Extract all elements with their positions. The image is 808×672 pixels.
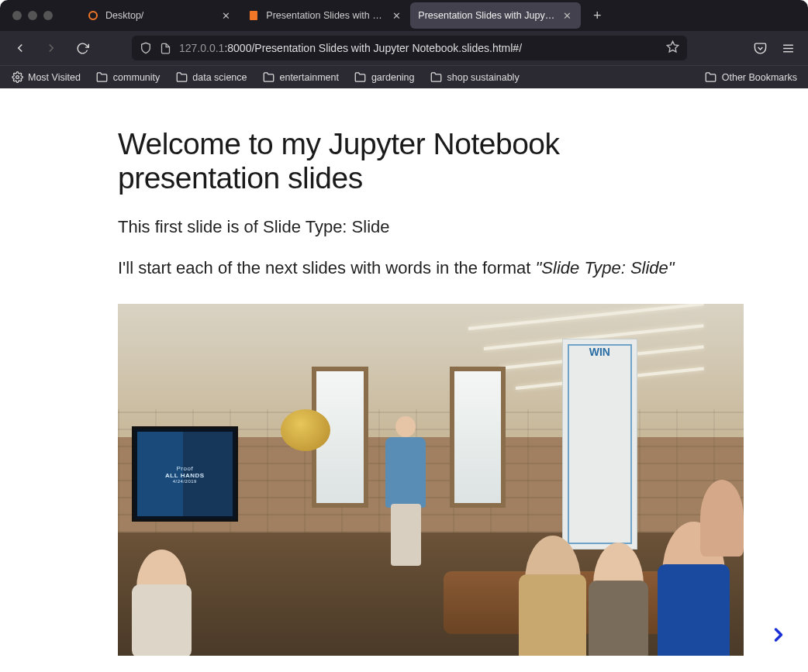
tab-label: Presentation Slides with Jupyter bbox=[266, 10, 384, 21]
browser-tab-presentation-source[interactable]: Presentation Slides with Jupyter ✕ bbox=[240, 2, 410, 29]
plus-icon: + bbox=[593, 8, 602, 24]
tab-label: Presentation Slides with Jupyter Not bbox=[418, 10, 554, 21]
slide-line-2-prefix: I'll start each of the next slides with … bbox=[118, 258, 536, 277]
slide: Welcome to my Jupyter Notebook presentat… bbox=[0, 88, 808, 672]
jupyter-icon bbox=[87, 9, 99, 22]
maximize-window-icon[interactable] bbox=[43, 11, 53, 20]
tab-bar: Desktop/ ✕ Presentation Slides with Jupy… bbox=[0, 0, 808, 31]
chevron-right-icon bbox=[768, 624, 789, 646]
bookmark-label: data science bbox=[192, 72, 247, 83]
shield-icon[interactable] bbox=[140, 42, 152, 54]
bookmarks-bar: Most Visited community data science ente… bbox=[0, 65, 808, 88]
tabs-container: Desktop/ ✕ Presentation Slides with Jupy… bbox=[79, 0, 802, 31]
tv-screen: Proof ALL HANDS 4/24/2019 bbox=[132, 426, 238, 522]
bookmark-folder-gardening[interactable]: gardening bbox=[351, 69, 418, 86]
folder-icon bbox=[430, 71, 443, 84]
bookmark-label: Other Bookmarks bbox=[722, 72, 797, 83]
url-bar[interactable]: 127.0.0.1:8000/Presentation Slides with … bbox=[132, 36, 687, 60]
url-path: :8000/Presentation Slides with Jupyter N… bbox=[224, 42, 522, 54]
slide-line-1: This first slide is of Slide Type: Slide bbox=[118, 215, 690, 240]
pocket-icon[interactable] bbox=[748, 36, 772, 60]
bookmark-label: community bbox=[113, 72, 160, 83]
photo-scene: WIN Proof ALL HANDS 4/24/2019 bbox=[118, 304, 744, 656]
bookmark-label: gardening bbox=[371, 72, 415, 83]
tv-line-2: ALL HANDS bbox=[165, 472, 205, 479]
menu-icon[interactable] bbox=[775, 36, 800, 60]
reload-button[interactable] bbox=[70, 36, 95, 60]
svg-rect-1 bbox=[250, 11, 257, 20]
folder-icon bbox=[705, 71, 717, 84]
bookmark-label: Most Visited bbox=[28, 72, 81, 83]
pillar: WIN bbox=[562, 339, 637, 550]
bookmark-folder-data-science[interactable]: data science bbox=[172, 69, 250, 86]
notebook-icon bbox=[247, 9, 260, 22]
minimize-window-icon[interactable] bbox=[28, 11, 37, 20]
bookmark-star-icon[interactable] bbox=[666, 40, 679, 57]
most-visited-button[interactable]: Most Visited bbox=[8, 69, 84, 86]
pillar-win-text: WIN bbox=[563, 346, 637, 358]
forward-button[interactable] bbox=[39, 36, 64, 60]
browser-tab-desktop[interactable]: Desktop/ ✕ bbox=[79, 2, 240, 29]
bookmark-folder-shop-sustainably[interactable]: shop sustainably bbox=[427, 69, 523, 86]
close-window-icon[interactable] bbox=[12, 11, 22, 20]
browser-tab-presentation-active[interactable]: Presentation Slides with Jupyter Not ✕ bbox=[410, 2, 581, 29]
svg-point-0 bbox=[89, 12, 97, 19]
url-host: 127.0.0.1 bbox=[179, 42, 224, 54]
browser-chrome: Desktop/ ✕ Presentation Slides with Jupy… bbox=[0, 0, 808, 88]
slide-image: WIN Proof ALL HANDS 4/24/2019 bbox=[118, 304, 744, 656]
page-info-icon[interactable] bbox=[160, 43, 171, 54]
gear-icon bbox=[11, 71, 23, 84]
other-bookmarks-button[interactable]: Other Bookmarks bbox=[702, 69, 800, 86]
folder-icon bbox=[354, 71, 367, 84]
tab-label: Desktop/ bbox=[105, 10, 143, 21]
page-content: Welcome to my Jupyter Notebook presentat… bbox=[0, 88, 808, 672]
nav-toolbar: 127.0.0.1:8000/Presentation Slides with … bbox=[0, 31, 808, 65]
close-tab-icon[interactable]: ✕ bbox=[219, 9, 232, 22]
window-controls bbox=[12, 11, 53, 20]
back-button[interactable] bbox=[8, 36, 33, 60]
toolbar-right-icons bbox=[748, 36, 800, 60]
bookmark-label: shop sustainably bbox=[447, 72, 520, 83]
folder-icon bbox=[262, 71, 275, 84]
svg-marker-2 bbox=[667, 41, 678, 51]
bookmark-folder-entertainment[interactable]: entertainment bbox=[259, 69, 341, 86]
svg-point-6 bbox=[16, 76, 19, 79]
close-tab-icon[interactable]: ✕ bbox=[390, 9, 402, 22]
next-slide-button[interactable] bbox=[763, 619, 794, 650]
tv-line-1: Proof bbox=[177, 465, 194, 472]
tv-line-3: 4/24/2019 bbox=[173, 479, 197, 484]
presenter bbox=[381, 416, 431, 592]
slide-line-2: I'll start each of the next slides with … bbox=[118, 257, 690, 281]
url-text: 127.0.0.1:8000/Presentation Slides with … bbox=[179, 42, 658, 54]
new-tab-button[interactable]: + bbox=[585, 4, 609, 27]
photo-caption: Photo by Austin Distel on Unsplash bbox=[118, 670, 690, 672]
bookmark-folder-community[interactable]: community bbox=[93, 69, 163, 86]
close-tab-icon[interactable]: ✕ bbox=[561, 9, 573, 22]
slide-line-2-em: "Slide Type: Slide" bbox=[536, 258, 675, 277]
slide-title: Welcome to my Jupyter Notebook presentat… bbox=[118, 127, 690, 195]
bookmark-label: entertainment bbox=[279, 72, 338, 83]
folder-icon bbox=[96, 71, 109, 84]
folder-icon bbox=[175, 71, 188, 84]
